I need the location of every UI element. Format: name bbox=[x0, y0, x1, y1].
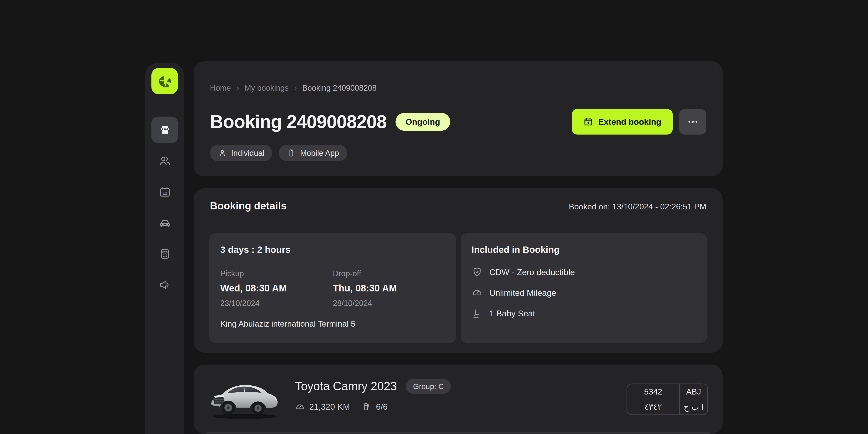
plate-number-en: 5342 bbox=[627, 384, 680, 399]
section-title: Booking details bbox=[210, 200, 287, 212]
mobile-icon bbox=[287, 149, 296, 157]
dropoff-date: 28/10/2024 bbox=[333, 299, 445, 308]
pickup-date: 23/10/2024 bbox=[220, 299, 333, 308]
megaphone-icon bbox=[158, 278, 171, 291]
sidebar-item-finance[interactable] bbox=[152, 241, 178, 267]
app-logo[interactable] bbox=[152, 68, 178, 95]
included-label: Unlimited Mileage bbox=[489, 288, 556, 298]
dropoff-column: Drop-off Thu, 08:30 AM 28/10/2024 bbox=[333, 269, 445, 308]
included-label: CDW - Zero deductible bbox=[489, 267, 575, 277]
breadcrumb-current: Booking 2409008208 bbox=[302, 83, 377, 92]
vehicle-group-badge: Group: C bbox=[406, 379, 451, 394]
speedometer-icon bbox=[295, 402, 305, 412]
chevron-right-icon: › bbox=[236, 83, 239, 92]
included-item-baby-seat: 1 Baby Seat bbox=[471, 308, 696, 319]
booking-header-card: Home › My bookings › Booking 2409008208 … bbox=[194, 61, 723, 177]
speedometer-icon bbox=[471, 287, 483, 299]
pickup-column: Pickup Wed, 08:30 AM 23/10/2024 bbox=[220, 269, 333, 308]
included-label: 1 Baby Seat bbox=[489, 308, 535, 318]
users-icon bbox=[158, 154, 171, 167]
fuel-spec: 6/6 bbox=[362, 402, 388, 412]
shield-check-icon bbox=[471, 267, 483, 278]
breadcrumb-home[interactable]: Home bbox=[210, 83, 231, 92]
car-icon bbox=[158, 216, 171, 229]
vehicle-card: Toyota Camry 2023 Group: C 21,320 KM bbox=[194, 365, 723, 434]
ellipsis-icon bbox=[688, 121, 690, 123]
svg-text:12: 12 bbox=[162, 190, 167, 195]
dropoff-label: Drop-off bbox=[333, 269, 445, 278]
calendar-plus-icon bbox=[583, 117, 593, 127]
fuel-pump-icon bbox=[362, 402, 372, 412]
breadcrumb: Home › My bookings › Booking 2409008208 bbox=[210, 83, 377, 92]
booking-tags: Individual Mobile App bbox=[210, 145, 347, 161]
calculator-icon bbox=[158, 247, 171, 260]
divider bbox=[206, 432, 710, 434]
sidebar: 12 bbox=[145, 63, 184, 434]
fuel-value: 6/6 bbox=[376, 402, 388, 412]
person-icon bbox=[218, 149, 227, 157]
sidebar-nav: 12 bbox=[152, 117, 178, 298]
included-list: CDW - Zero deductible Unlimited Mileage bbox=[471, 267, 696, 319]
more-options-button[interactable] bbox=[679, 109, 706, 135]
mileage-spec: 21,320 KM bbox=[295, 402, 350, 412]
sidebar-item-bookings[interactable] bbox=[152, 117, 178, 144]
lime-slice-icon bbox=[156, 73, 173, 89]
included-title: Included in Booking bbox=[471, 245, 696, 256]
breadcrumb-my-bookings[interactable]: My bookings bbox=[245, 83, 289, 92]
vehicle-image bbox=[206, 373, 283, 422]
tag-label: Individual bbox=[231, 149, 264, 157]
pickup-location: King Abulaziz international Terminal 5 bbox=[220, 319, 445, 328]
extend-booking-label: Extend booking bbox=[598, 117, 661, 127]
pickup-dropoff-grid: Pickup Wed, 08:30 AM 23/10/2024 Drop-off… bbox=[220, 269, 445, 308]
booking-details-card: Booking details Booked on: 13/10/2024 - … bbox=[194, 188, 723, 353]
page-title: Booking 2409008208 bbox=[210, 111, 387, 132]
vehicle-info: Toyota Camry 2023 Group: C 21,320 KM bbox=[295, 379, 451, 412]
sidebar-item-vehicles[interactable] bbox=[152, 209, 178, 236]
tag-label: Mobile App bbox=[300, 149, 339, 157]
pickup-time: Wed, 08:30 AM bbox=[220, 283, 333, 294]
header-actions: Extend booking bbox=[571, 109, 706, 135]
dropoff-time: Thu, 08:30 AM bbox=[333, 283, 445, 294]
license-plate: 5342 ABJ ٤٣٤٢ ا ب ح bbox=[627, 384, 708, 415]
vehicle-specs: 21,320 KM 6/6 bbox=[295, 402, 451, 412]
status-badge: Ongoing bbox=[395, 113, 450, 131]
sidebar-item-customers[interactable] bbox=[152, 148, 178, 174]
storefront-icon bbox=[158, 123, 171, 136]
plate-letters-ar: ا ب ح bbox=[680, 399, 708, 414]
app-window: 12 bbox=[0, 0, 868, 434]
mileage-value: 21,320 KM bbox=[309, 402, 350, 412]
extend-booking-button[interactable]: Extend booking bbox=[571, 109, 673, 135]
baby-seat-icon bbox=[471, 308, 483, 319]
tag-individual: Individual bbox=[210, 145, 273, 161]
title-row: Booking 2409008208 Ongoing Extend bookin… bbox=[210, 109, 707, 135]
chevron-right-icon: › bbox=[294, 83, 297, 92]
details-header: Booking details Booked on: 13/10/2024 - … bbox=[210, 200, 707, 212]
duration-card: 3 days : 2 hours Pickup Wed, 08:30 AM 23… bbox=[209, 233, 456, 343]
plate-letters-en: ABJ bbox=[680, 384, 708, 399]
vehicle-name: Toyota Camry 2023 bbox=[295, 379, 397, 394]
included-card: Included in Booking CDW - Zero deductibl… bbox=[461, 233, 707, 343]
sidebar-item-marketing[interactable] bbox=[152, 271, 178, 298]
included-item-cdw: CDW - Zero deductible bbox=[471, 267, 696, 278]
rental-duration: 3 days : 2 hours bbox=[220, 245, 445, 256]
included-item-mileage: Unlimited Mileage bbox=[471, 287, 696, 299]
pickup-label: Pickup bbox=[220, 269, 333, 278]
booked-on-timestamp: Booked on: 13/10/2024 - 02:26:51 PM bbox=[569, 202, 706, 211]
plate-number-ar: ٤٣٤٢ bbox=[627, 399, 680, 414]
sidebar-item-calendar[interactable]: 12 bbox=[152, 179, 178, 205]
tag-mobile-app: Mobile App bbox=[279, 145, 347, 161]
calendar-icon: 12 bbox=[158, 185, 171, 198]
